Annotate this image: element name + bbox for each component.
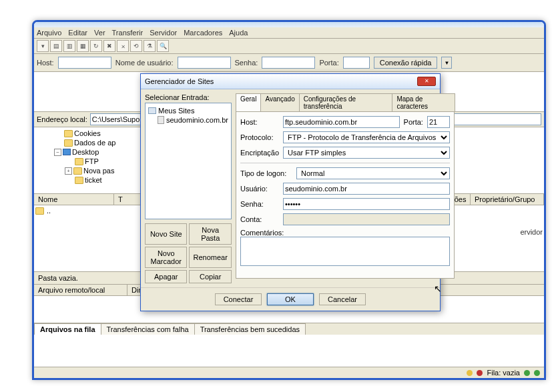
tab-mapa[interactable]: Mapa de caracteres <box>392 93 455 111</box>
tree-cookies[interactable]: Cookies <box>74 129 101 137</box>
tb-refresh-icon[interactable]: ↻ <box>90 40 102 52</box>
tipo-select[interactable]: Normal <box>296 167 450 179</box>
comentarios-textarea[interactable] <box>240 237 450 266</box>
tab-geral[interactable]: Geral <box>236 93 261 111</box>
senha-input[interactable] <box>283 198 450 210</box>
tree-nova[interactable]: Nova pas <box>83 167 114 175</box>
select-entry-label: Selecionar Entrada: <box>145 93 232 101</box>
led-icon <box>467 370 473 376</box>
tipo-label: Tipo de logon: <box>240 169 292 177</box>
menu-editar[interactable]: Editar <box>68 29 87 37</box>
sites-tree[interactable]: Meus Sites seudominio.com.br <box>145 103 232 219</box>
server-icon <box>158 116 164 124</box>
tb-search-icon[interactable]: 🔍 <box>157 40 169 52</box>
encript-label: Encriptação <box>240 149 279 157</box>
site-manager-dialog: Gerenciador de Sites ✕ Selecionar Entrad… <box>140 73 441 311</box>
new-folder-button[interactable]: Nova Pasta <box>189 223 231 245</box>
dialog-titlebar[interactable]: Gerenciador de Sites ✕ <box>141 74 440 89</box>
qb-user-input[interactable] <box>178 57 231 69</box>
col-remote[interactable]: Arquivo remoto/local <box>34 285 127 295</box>
tb-log-icon[interactable]: ▤ <box>50 40 62 52</box>
tree-ftp[interactable]: FTP <box>85 157 99 165</box>
host-label: Host: <box>240 118 279 126</box>
menu-marcadores[interactable]: Marcadores <box>184 29 222 37</box>
conta-label: Conta: <box>240 215 279 223</box>
menu-arquivo[interactable]: Arquivo <box>37 29 61 37</box>
qb-host-label: Host: <box>37 59 54 67</box>
computer-icon <box>148 107 156 114</box>
protocolo-select[interactable]: FTP - Protocolo de Transferência de Arqu… <box>283 131 450 143</box>
encript-select[interactable]: Usar FTP simples <box>283 147 450 159</box>
tree-desktop[interactable]: Desktop <box>72 148 99 156</box>
tb-queue-icon[interactable]: ▦ <box>77 40 89 52</box>
folder-up-icon <box>35 207 44 215</box>
conectar-button[interactable]: Conectar <box>215 293 262 305</box>
qb-host-input[interactable] <box>58 57 111 69</box>
tab-avancado[interactable]: Avançado <box>260 93 299 111</box>
tree-ticket[interactable]: ticket <box>85 176 102 184</box>
menu-ajuda[interactable]: Ajuda <box>229 29 248 37</box>
quickconnect-bar: Host: Nome de usuário: Senha: Porta: Con… <box>34 54 544 72</box>
toolbar: ▾ ▤ ▥ ▦ ↻ ✖ ⨉ ⟲ ⚗ 🔍 <box>34 39 544 54</box>
led-icon <box>477 370 483 376</box>
qb-user-label: Nome de usuário: <box>115 59 174 67</box>
desktop-icon <box>63 149 71 155</box>
tree-dados[interactable]: Dados de ap <box>74 139 115 147</box>
rename-button[interactable]: Renomear <box>189 247 231 268</box>
tb-tree-icon[interactable]: ▥ <box>63 40 75 52</box>
folder-icon <box>75 158 83 165</box>
tab-failed[interactable]: Transferências com falha <box>101 323 195 335</box>
new-site-button[interactable]: Novo Site <box>145 223 187 245</box>
folder-icon <box>64 139 73 147</box>
usuario-label: Usuário: <box>240 185 279 193</box>
tb-disconnect-icon[interactable]: ⨉ <box>117 40 129 52</box>
protocolo-label: Protocolo: <box>240 133 279 141</box>
queue-tabs: Arquivos na fila Transferências com falh… <box>34 323 544 335</box>
expand-icon[interactable]: + <box>65 167 72 175</box>
menu-ver[interactable]: Ver <box>94 29 105 37</box>
tree-entry[interactable]: seudominio.com.br <box>166 116 228 124</box>
quickconnect-dropdown[interactable]: ▼ <box>441 57 452 69</box>
cancelar-button[interactable]: Cancelar <box>319 293 366 305</box>
qb-pass-label: Senha: <box>235 59 258 67</box>
led-icon <box>524 370 530 376</box>
porta-input[interactable] <box>427 116 450 128</box>
queue-status: Fila: vazia <box>487 369 520 377</box>
col-owner[interactable]: Proprietário/Grupo <box>471 194 544 205</box>
usuario-input[interactable] <box>283 183 450 195</box>
comentarios-label: Comentários: <box>240 229 450 237</box>
delete-button[interactable]: Apagar <box>145 270 187 283</box>
dialog-title: Gerenciador de Sites <box>145 77 214 85</box>
dialog-actions: Conectar OK Cancelar <box>141 287 440 311</box>
qb-port-input[interactable] <box>343 57 370 69</box>
collapse-icon[interactable]: − <box>54 149 61 156</box>
senha-label: Senha: <box>240 200 279 208</box>
tab-geral-content: Host: Porta: Protocolo: FTP - Protocolo … <box>236 112 455 279</box>
qb-port-label: Porta: <box>319 59 338 67</box>
tree-root[interactable]: Meus Sites <box>158 107 194 115</box>
tb-stop-icon[interactable]: ✖ <box>103 40 115 52</box>
qb-pass-input[interactable] <box>262 57 315 69</box>
col-t[interactable]: T <box>114 194 141 205</box>
quickconnect-button[interactable]: Conexão rápida <box>374 57 438 69</box>
tb-filter-icon[interactable]: ⚗ <box>144 40 156 52</box>
menu-bar: Arquivo Editar Ver Transferir Servidor M… <box>34 27 544 39</box>
tb-sitemanager-icon[interactable]: ▾ <box>37 40 49 52</box>
close-icon[interactable]: ✕ <box>417 77 436 86</box>
menu-servidor[interactable]: Servidor <box>150 29 177 37</box>
tab-queue[interactable]: Arquivos na fila <box>34 323 101 335</box>
menu-transferir[interactable]: Transferir <box>112 29 144 37</box>
tb-reconnect-icon[interactable]: ⟲ <box>130 40 142 52</box>
porta-label: Porta: <box>404 118 423 126</box>
copy-button[interactable]: Copiar <box>189 270 231 283</box>
ok-button[interactable]: OK <box>267 293 314 305</box>
host-input[interactable] <box>283 116 400 128</box>
tab-success[interactable]: Transferências bem sucedidas <box>194 323 306 335</box>
status-bar: Fila: vazia <box>34 367 544 378</box>
local-address-label: Endereço local: <box>37 115 87 123</box>
new-bookmark-button[interactable]: Novo Marcador <box>145 247 187 268</box>
col-nome[interactable]: Nome <box>34 194 114 205</box>
folder-icon <box>73 167 82 175</box>
tab-config[interactable]: Configurações de transferência <box>299 93 393 111</box>
parent-dir[interactable]: .. <box>47 207 51 215</box>
